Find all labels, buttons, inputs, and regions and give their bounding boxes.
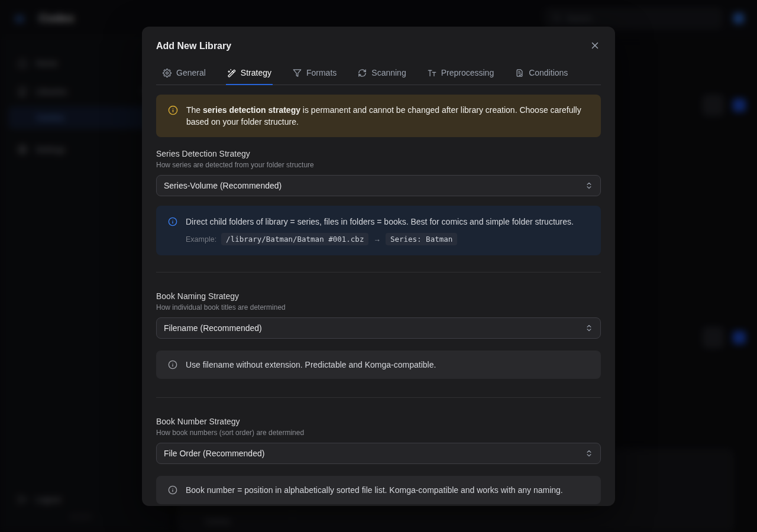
tab-formats[interactable]: Formats: [292, 64, 338, 85]
book-number-select[interactable]: File Order (Recommended): [156, 443, 601, 464]
chevron-up-down-icon: [585, 449, 593, 458]
divider: [156, 272, 601, 273]
wand-icon: [227, 69, 236, 77]
close-icon[interactable]: [589, 40, 601, 52]
tab-scanning[interactable]: Scanning: [357, 64, 407, 85]
tab-label: General: [176, 68, 206, 77]
series-detection-select[interactable]: Series-Volume (Recommended): [156, 175, 601, 196]
warning-text: The series detection strategy is permane…: [186, 104, 586, 128]
tab-label: Formats: [306, 68, 337, 77]
type-icon: [428, 69, 436, 77]
info-icon: [168, 360, 177, 369]
gear-icon: [163, 69, 172, 77]
book-naming-select[interactable]: Filename (Recommended): [156, 317, 601, 339]
tab-label: Conditions: [529, 68, 568, 77]
permanent-strategy-warning: The series detection strategy is permane…: [156, 95, 601, 137]
info-icon: [168, 485, 177, 495]
tab-strategy[interactable]: Strategy: [226, 64, 273, 85]
modal-title: Add New Library: [156, 41, 231, 51]
refresh-icon: [358, 69, 367, 77]
modal-tabs: General Strategy Formats Scanning Prepro…: [156, 64, 601, 85]
book-naming-description: How individual book titles are determine…: [156, 303, 601, 312]
info-icon: [168, 105, 178, 115]
example-result-code: Series: Batman: [386, 233, 457, 245]
divider: [156, 397, 601, 398]
example-row: Example: /library/Batman/Batman #001.cbz…: [186, 233, 574, 245]
info-text: Direct child folders of library = series…: [186, 216, 574, 228]
example-label: Example:: [186, 235, 216, 244]
tab-label: Scanning: [371, 68, 406, 77]
add-library-modal: Add New Library General Strategy Formats…: [142, 27, 615, 506]
tab-label: Preprocessing: [441, 68, 494, 77]
book-number-label: Book Number Strategy: [156, 417, 601, 426]
chevron-up-down-icon: [585, 181, 593, 190]
series-detection-description: How series are detected from your folder…: [156, 161, 601, 169]
arrow-glyph: →: [373, 235, 381, 244]
tab-conditions[interactable]: Conditions: [514, 64, 569, 85]
info-icon: [168, 217, 177, 226]
example-path-code: /library/Batman/Batman #001.cbz: [221, 233, 368, 245]
funnel-icon: [293, 69, 302, 77]
book-naming-info: Use filename without extension. Predicta…: [156, 351, 601, 379]
selected-value: Filename (Recommended): [164, 323, 262, 333]
book-number-info: Book number = position in alphabetically…: [156, 476, 601, 504]
tab-general[interactable]: General: [161, 64, 207, 85]
series-detection-label: Series Detection Strategy: [156, 149, 601, 158]
book-number-description: How book numbers (sort order) are determ…: [156, 429, 601, 437]
info-text: Use filename without extension. Predicta…: [186, 359, 436, 371]
file-check-icon: [515, 69, 524, 77]
book-naming-label: Book Naming Strategy: [156, 291, 601, 301]
chevron-up-down-icon: [585, 324, 593, 332]
tab-label: Strategy: [241, 68, 271, 77]
selected-value: Series-Volume (Recommended): [164, 181, 282, 190]
series-detection-info: Direct child folders of library = series…: [156, 206, 601, 255]
info-text: Book number = position in alphabetically…: [186, 484, 563, 496]
selected-value: File Order (Recommended): [164, 449, 264, 458]
tab-preprocessing[interactable]: Preprocessing: [426, 64, 496, 85]
